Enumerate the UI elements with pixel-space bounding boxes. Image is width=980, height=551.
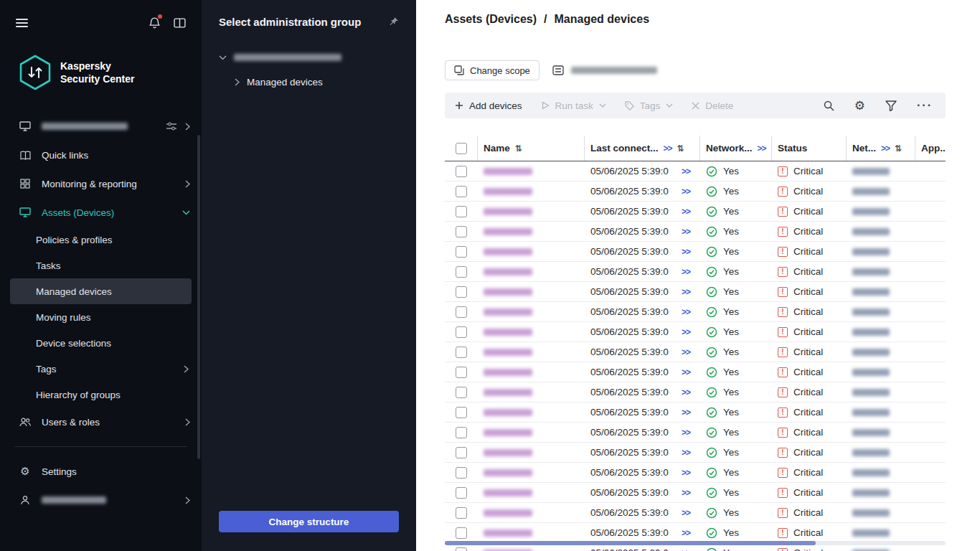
expand-row-icon[interactable]: >> — [682, 287, 690, 297]
expand-row-icon[interactable]: >> — [682, 347, 690, 357]
group-tree-root[interactable] — [219, 45, 399, 70]
sidebar-item-tags[interactable]: Tags — [10, 356, 192, 382]
breadcrumb-parent[interactable]: Assets (Devices) — [445, 13, 537, 26]
expand-row-icon[interactable]: >> — [682, 548, 690, 551]
table-row[interactable]: 05/06/2025 5:39:0 >> Yes Critical — [445, 322, 946, 342]
expand-row-icon[interactable]: >> — [682, 528, 690, 538]
table-row[interactable]: 05/06/2025 5:39:0 >> Yes Critical — [445, 362, 946, 382]
row-checkbox[interactable] — [456, 266, 467, 278]
row-checkbox[interactable] — [456, 527, 467, 539]
sidebar-item-managed-devices[interactable]: Managed devices — [10, 278, 192, 304]
row-checkbox[interactable] — [456, 186, 467, 197]
expand-row-icon[interactable]: >> — [682, 166, 690, 176]
chevron-down-icon[interactable] — [219, 55, 227, 60]
add-devices-button[interactable]: Add devices — [455, 100, 522, 111]
row-checkbox[interactable] — [456, 447, 467, 458]
table-row[interactable]: 05/06/2025 5:39:0 >> Yes Critical — [445, 302, 946, 322]
device-name-redacted[interactable] — [484, 208, 532, 215]
sidebar-scrollbar[interactable] — [197, 135, 200, 459]
sort-icon[interactable]: ⇅ — [515, 143, 522, 154]
device-name-redacted[interactable] — [484, 369, 532, 376]
column-header-net[interactable]: Net... — [852, 143, 876, 154]
column-header-app[interactable]: App... — [921, 143, 946, 154]
row-checkbox[interactable] — [456, 326, 467, 338]
row-checkbox[interactable] — [456, 467, 467, 479]
sidebar-item-moving-rules[interactable]: Moving rules — [10, 304, 192, 330]
expand-row-icon[interactable]: >> — [682, 267, 690, 277]
row-checkbox[interactable] — [456, 347, 467, 358]
device-name-redacted[interactable] — [484, 509, 532, 517]
device-name-redacted[interactable] — [484, 449, 532, 456]
run-task-button[interactable]: Run task — [541, 100, 606, 111]
table-settings-gear-icon[interactable]: ⚙ — [854, 100, 865, 112]
pin-panel-icon[interactable] — [388, 17, 399, 27]
expand-row-icon[interactable]: >> — [682, 367, 690, 377]
device-name-redacted[interactable] — [484, 389, 532, 396]
sidebar-item-account[interactable] — [0, 486, 202, 514]
column-header-network[interactable]: Network... — [706, 143, 753, 154]
documentation-icon[interactable] — [174, 18, 186, 28]
device-name-redacted[interactable] — [484, 429, 532, 436]
server-properties-icon[interactable] — [166, 122, 176, 131]
row-checkbox[interactable] — [456, 367, 467, 378]
device-name-redacted[interactable] — [484, 228, 532, 235]
sidebar-item-tasks[interactable]: Tasks — [10, 253, 192, 278]
sidebar-item-quick-links[interactable]: Quick links — [0, 141, 202, 169]
row-checkbox[interactable] — [456, 166, 467, 177]
sidebar-item-policies-profiles[interactable]: Policies & profiles — [10, 227, 192, 253]
chevron-right-icon[interactable] — [235, 78, 240, 86]
expand-column-icon[interactable]: >> — [881, 143, 890, 154]
sidebar-item-server[interactable] — [0, 112, 202, 141]
select-all-checkbox[interactable] — [456, 143, 467, 154]
expand-row-icon[interactable]: >> — [682, 468, 690, 478]
row-checkbox[interactable] — [456, 246, 467, 258]
column-header-name[interactable]: Name — [484, 143, 510, 154]
group-tree-managed-devices[interactable]: Managed devices — [219, 70, 399, 94]
sidebar-item-hierarchy-of-groups[interactable]: Hierarchy of groups — [10, 382, 192, 408]
device-name-redacted[interactable] — [484, 168, 532, 175]
expand-row-icon[interactable]: >> — [682, 247, 690, 257]
row-checkbox[interactable] — [456, 547, 467, 551]
change-scope-button[interactable]: Change scope — [445, 60, 540, 80]
delete-button[interactable]: Delete — [692, 100, 733, 111]
expand-row-icon[interactable]: >> — [682, 428, 690, 438]
table-row[interactable]: 05/06/2025 5:39:0 >> Yes Critical — [445, 202, 946, 222]
tags-button[interactable]: Tags — [625, 100, 674, 111]
expand-row-icon[interactable]: >> — [682, 307, 690, 317]
table-row[interactable]: 05/06/2025 5:39:0 >> Yes Critical — [445, 523, 946, 543]
horizontal-scrollbar[interactable] — [445, 541, 946, 545]
table-row[interactable]: 05/06/2025 5:39:0 >> Yes Critical — [445, 282, 946, 302]
sidebar-item-users-roles[interactable]: Users & roles — [0, 408, 202, 436]
device-name-redacted[interactable] — [484, 349, 532, 356]
sidebar-item-assets-devices[interactable]: Assets (Devices) — [0, 198, 202, 227]
row-checkbox[interactable] — [456, 286, 467, 298]
expand-column-icon[interactable]: >> — [758, 143, 766, 154]
table-row[interactable]: 05/06/2025 5:39:0 >> Yes Critical — [445, 463, 946, 483]
search-icon[interactable] — [823, 100, 834, 111]
notifications-icon[interactable] — [149, 17, 161, 29]
table-row[interactable]: 05/06/2025 5:39:0 >> Yes Critical — [445, 382, 946, 402]
table-row[interactable]: 05/06/2025 5:39:0 >> Yes Critical — [445, 423, 946, 443]
sidebar-item-device-selections[interactable]: Device selections — [10, 330, 192, 356]
table-row[interactable]: 05/06/2025 5:39:0 >> Yes Critical — [445, 342, 946, 362]
device-name-redacted[interactable] — [484, 288, 532, 296]
device-name-redacted[interactable] — [484, 268, 532, 276]
expand-row-icon[interactable]: >> — [682, 508, 690, 518]
sort-icon[interactable]: ⇅ — [677, 143, 684, 154]
expand-row-icon[interactable]: >> — [682, 448, 690, 458]
table-row[interactable]: 05/06/2025 5:39:0 >> Yes Critical — [445, 402, 946, 423]
device-name-redacted[interactable] — [484, 309, 532, 316]
table-row[interactable]: 05/06/2025 5:39:0 >> Yes Critical — [445, 222, 946, 242]
expand-row-icon[interactable]: >> — [682, 408, 690, 418]
table-row[interactable]: 05/06/2025 5:39:0 >> Yes Critical — [445, 443, 946, 463]
device-name-redacted[interactable] — [484, 248, 532, 255]
sidebar-item-monitoring[interactable]: Monitoring & reporting — [0, 169, 202, 198]
row-checkbox[interactable] — [456, 487, 467, 499]
row-checkbox[interactable] — [456, 407, 467, 418]
filter-icon[interactable] — [885, 100, 897, 111]
table-row[interactable]: 05/06/2025 5:39:0 >> Yes Critical — [445, 483, 946, 503]
expand-column-icon[interactable]: >> — [664, 143, 672, 154]
row-checkbox[interactable] — [456, 206, 467, 217]
table-row[interactable]: 05/06/2025 5:39:0 >> Yes Critical — [445, 262, 946, 282]
device-name-redacted[interactable] — [484, 489, 532, 496]
